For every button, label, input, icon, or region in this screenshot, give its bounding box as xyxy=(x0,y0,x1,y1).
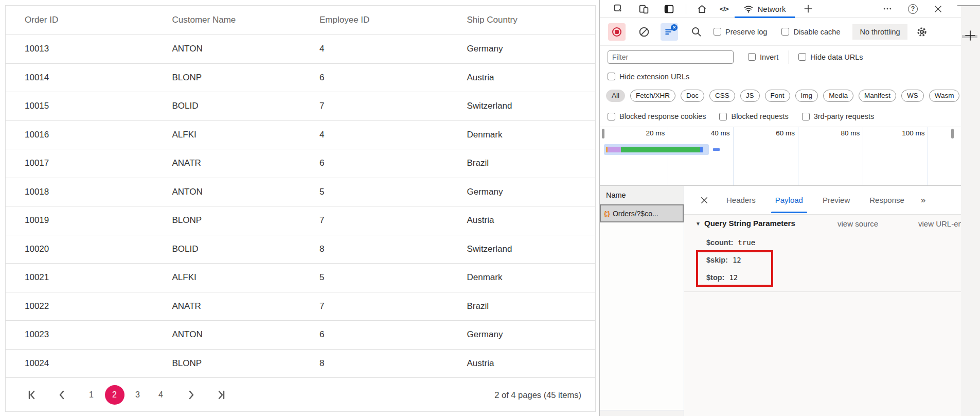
more-options-icon[interactable] xyxy=(882,4,893,14)
grid-body: 10013 ANTON 4 Germany 10014 BLONP 6 Aust… xyxy=(6,35,595,378)
home-tab-icon[interactable] xyxy=(697,4,707,14)
disable-cache-label: Disable cache xyxy=(793,28,840,36)
request-row-orders[interactable]: {;} Orders/?$co... xyxy=(600,204,684,222)
resource-type-chip[interactable]: Media xyxy=(823,90,853,102)
search-icon[interactable] xyxy=(690,26,702,38)
network-settings-gear-icon[interactable] xyxy=(916,26,928,38)
resource-type-chip[interactable]: Wasm xyxy=(929,90,960,102)
pager-summary: 2 of 4 pages (45 items) xyxy=(494,390,581,400)
page-number[interactable]: 4 xyxy=(149,385,172,405)
details-divider xyxy=(684,291,980,292)
blocked-option-checkbox[interactable] xyxy=(802,113,810,120)
details-tab[interactable]: Preview xyxy=(821,186,852,214)
cell-order-id: 10023 xyxy=(6,321,153,349)
table-row[interactable]: 10019 BLONP 7 Austria xyxy=(6,206,595,235)
record-network-log-button[interactable] xyxy=(608,23,626,41)
column-header[interactable]: Order ID xyxy=(6,6,153,34)
timeline-right-handle[interactable] xyxy=(951,129,954,138)
query-param-row: $skip: 12 xyxy=(684,251,980,269)
resource-type-chip[interactable]: All xyxy=(606,90,625,102)
timeline-left-handle[interactable] xyxy=(602,129,604,138)
details-tab-label: Preview xyxy=(823,196,850,204)
first-page-button[interactable] xyxy=(26,389,38,401)
new-tab-plus-icon[interactable] xyxy=(964,29,976,42)
table-row[interactable]: 10022 ANATR 7 Brazil xyxy=(6,292,595,321)
collapse-triangle-icon[interactable]: ▼ xyxy=(696,221,701,227)
resource-type-chip[interactable]: Font xyxy=(765,90,790,102)
close-details-icon[interactable] xyxy=(700,196,709,205)
filter-toggle-button[interactable]: ✕ xyxy=(661,23,678,41)
hide-extension-urls-checkbox[interactable] xyxy=(608,73,615,80)
table-row[interactable]: 10018 ANTON 5 Germany xyxy=(6,178,595,207)
last-page-button[interactable] xyxy=(215,389,227,401)
cell-employee-id: 6 xyxy=(300,64,448,92)
resource-type-chip[interactable]: Img xyxy=(795,90,818,102)
help-icon[interactable]: ? xyxy=(908,4,918,14)
resource-type-chip[interactable]: Manifest xyxy=(859,90,896,102)
resource-type-chip[interactable]: CSS xyxy=(709,90,735,102)
timeline-tick-label: 100 ms xyxy=(863,127,928,140)
more-tabs-chevron-icon[interactable]: » xyxy=(921,195,925,205)
add-panel-icon[interactable] xyxy=(803,4,813,14)
inspect-element-icon[interactable] xyxy=(613,4,624,14)
details-tab[interactable]: Payload xyxy=(773,186,805,214)
name-column-header[interactable]: Name xyxy=(600,186,684,204)
table-row[interactable]: 10021 ALFKI 5 Denmark xyxy=(6,264,595,292)
preserve-log-checkbox[interactable] xyxy=(714,28,721,36)
view-source-link[interactable]: view source xyxy=(838,219,878,228)
section-title[interactable]: Query String Parameters xyxy=(704,219,795,228)
cell-employee-id: 4 xyxy=(300,121,448,149)
page-number-label: 1 xyxy=(89,390,94,400)
request-name-label: Orders/?$co... xyxy=(613,210,658,218)
resource-type-chip[interactable]: Fetch/XHR xyxy=(630,90,675,102)
resource-type-chip-label: JS xyxy=(746,92,754,99)
tab-network[interactable]: Network xyxy=(735,0,795,18)
blocked-option-checkbox[interactable] xyxy=(608,113,615,120)
resource-type-chip-label: Fetch/XHR xyxy=(636,92,670,99)
invert-checkbox[interactable] xyxy=(748,53,756,61)
network-overview-timeline[interactable]: 20 ms 40 ms 60 ms 80 ms 100 ms xyxy=(600,127,980,186)
timeline-segment: 20 ms xyxy=(603,127,668,185)
elements-tab-icon[interactable]: </> xyxy=(720,5,728,13)
timeline-tick-label: 20 ms xyxy=(603,127,668,140)
param-name: $top: xyxy=(706,273,724,282)
throttling-select[interactable]: No throttling xyxy=(852,24,907,40)
details-tab[interactable]: Response xyxy=(867,186,906,214)
next-page-button[interactable] xyxy=(185,389,197,401)
table-row[interactable]: 10024 BLONP 8 Austria xyxy=(6,350,595,378)
details-tab[interactable]: Headers xyxy=(724,186,758,214)
hide-data-urls-checkbox[interactable] xyxy=(798,53,806,61)
table-row[interactable]: 10017 ANATR 6 Brazil xyxy=(6,149,595,178)
blocked-option-checkbox[interactable] xyxy=(719,113,727,120)
previous-page-button[interactable] xyxy=(56,389,68,401)
table-row[interactable]: 10014 BLONP 6 Austria xyxy=(6,64,595,93)
table-row[interactable]: 10016 ALFKI 4 Denmark xyxy=(6,121,595,150)
page-number-label: 4 xyxy=(158,390,163,400)
column-header[interactable]: Customer Name xyxy=(153,6,301,34)
cell-ship-country: Denmark xyxy=(448,121,596,149)
page-number[interactable]: 2 xyxy=(105,385,124,405)
table-row[interactable]: 10020 BOLID 8 Switzerland xyxy=(6,235,595,264)
table-row[interactable]: 10013 ANTON 4 Germany xyxy=(6,35,595,64)
table-row[interactable]: 10015 BOLID 7 Switzerland xyxy=(6,92,595,121)
request-waterfall-selection[interactable] xyxy=(604,144,709,155)
page-number[interactable]: 1 xyxy=(80,385,103,405)
resource-type-chip-label: Media xyxy=(829,92,848,99)
cell-ship-country: Germany xyxy=(448,321,596,349)
cell-order-id: 10016 xyxy=(6,121,153,149)
cell-employee-id: 7 xyxy=(300,292,448,321)
filter-input[interactable] xyxy=(608,50,734,64)
column-header[interactable]: Employee ID xyxy=(300,6,448,34)
panel-layout-icon[interactable] xyxy=(664,4,674,14)
column-header[interactable]: Ship Country xyxy=(448,6,596,34)
resource-type-chip[interactable]: JS xyxy=(740,90,760,102)
disable-cache-checkbox[interactable] xyxy=(781,28,789,36)
device-toolbar-icon[interactable] xyxy=(638,4,649,14)
close-devtools-icon[interactable] xyxy=(933,4,943,14)
blocked-option-label: 3rd-party requests xyxy=(814,112,875,120)
table-row[interactable]: 10023 ANTON 6 Germany xyxy=(6,321,595,350)
resource-type-chip[interactable]: WS xyxy=(901,90,924,102)
clear-network-log-icon[interactable] xyxy=(638,26,650,38)
page-number[interactable]: 3 xyxy=(126,385,149,405)
resource-type-chip[interactable]: Doc xyxy=(681,90,704,102)
